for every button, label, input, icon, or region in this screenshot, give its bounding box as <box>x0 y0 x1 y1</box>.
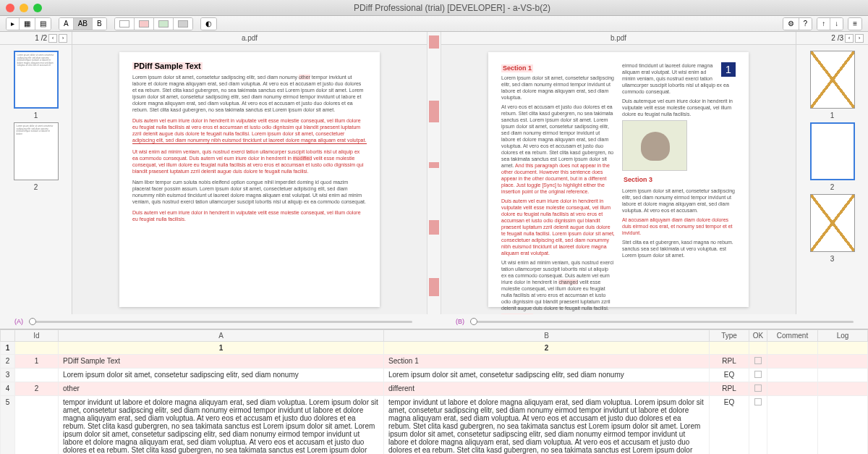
maximize-window[interactable] <box>33 4 42 12</box>
swatch-pink[interactable] <box>135 18 154 30</box>
left-next-page[interactable]: › <box>59 34 67 43</box>
color-swatches <box>114 17 193 30</box>
doc-a-page: PDiff Sample Text Lorem ipsum dolor sit … <box>119 52 380 307</box>
content-area: 1 /2 ‹ › Lorem ipsum dolor sit amet cons… <box>0 32 868 314</box>
color-picker[interactable]: ◐ <box>201 18 216 30</box>
diff-gutter[interactable] <box>427 32 441 314</box>
zoom-slider-b[interactable] <box>470 321 854 323</box>
left-page-indicator: 1 /2 <box>35 34 47 42</box>
right-page-indicator: 2 /3 <box>831 34 843 42</box>
left-thumbnails: 1 /2 ‹ › Lorem ipsum dolor sit amet cons… <box>0 32 72 314</box>
help-button[interactable]: ? <box>799 18 812 30</box>
table-row[interactable]: 42otherdifferentRPL <box>1 382 868 396</box>
tool-group-1: ▸ ▦ ▤ <box>6 17 51 30</box>
zoom-slider-a[interactable] <box>29 321 412 323</box>
nav-up[interactable]: ↑ <box>817 18 830 30</box>
misc-tool: ◐ <box>200 17 217 30</box>
swatch-white[interactable] <box>115 18 135 30</box>
menu-button[interactable]: ≡ <box>848 18 861 30</box>
view-a[interactable]: A <box>59 18 74 30</box>
view-mode: A AB B <box>59 17 107 30</box>
right-thumb-3[interactable] <box>810 194 855 252</box>
right-filename: b.pdf <box>441 32 796 45</box>
rows-tool[interactable]: ▤ <box>35 18 51 30</box>
swatch-green[interactable] <box>154 18 174 30</box>
left-prev-page[interactable]: ‹ <box>48 34 57 43</box>
close-window[interactable] <box>6 4 14 12</box>
swatch-grey[interactable] <box>174 18 192 30</box>
nav-down[interactable]: ↓ <box>830 18 843 30</box>
doc-b-page: Section 1 Lorem ipsum dolor sit amet, co… <box>488 52 749 307</box>
window-title: PDiff Professional (trial) [DEVELOPER] -… <box>42 3 862 13</box>
slider-row: (A) (B) <box>0 314 868 329</box>
table-row[interactable]: 3Lorem ipsum dolor sit amet, consetetur … <box>1 369 868 382</box>
right-thumb-1[interactable] <box>810 51 855 109</box>
right-next-page[interactable]: › <box>855 34 864 43</box>
diff-table[interactable]: Id A B Type OK Comment Log 11221PDiff Sa… <box>0 329 868 454</box>
titlebar: PDiff Professional (trial) [DEVELOPER] -… <box>0 0 868 16</box>
doc-a-title: PDiff Sample Text <box>132 62 203 70</box>
toolbar: ▸ ▦ ▤ A AB B ◐ ⚙? ↑↓ ≡ <box>0 16 868 32</box>
pointer-tool[interactable]: ▸ <box>7 18 20 30</box>
grid-tool[interactable]: ▦ <box>20 18 35 30</box>
settings-button[interactable]: ⚙ <box>783 18 799 30</box>
left-thumb-2[interactable]: Lorem ipsum dolor sit amet consetetur sa… <box>14 122 59 180</box>
right-prev-page[interactable]: ‹ <box>845 34 854 43</box>
right-thumb-2[interactable]: 13 <box>810 122 855 180</box>
right-pane: b.pdf Section 1 Lorem ipsum dolor sit am… <box>441 32 796 314</box>
cat-image <box>622 120 687 171</box>
table-row[interactable]: 112 <box>1 342 868 355</box>
table-row[interactable]: 21PDiff Sample TextSection 1RPL <box>1 355 868 369</box>
view-ab[interactable]: AB <box>74 18 93 30</box>
minimize-window[interactable] <box>20 4 28 12</box>
view-b[interactable]: B <box>93 18 106 30</box>
left-pane: a.pdf PDiff Sample Text Lorem ipsum dolo… <box>72 32 427 314</box>
left-filename: a.pdf <box>72 32 427 45</box>
left-thumb-1[interactable]: Lorem ipsum dolor sit amet consetetur sa… <box>14 51 59 109</box>
right-thumbnails: 2 /3 ‹ › 1 13 2 3 <box>796 32 868 314</box>
table-row[interactable]: 5tempor invidunt ut labore et dolore mag… <box>1 396 868 455</box>
